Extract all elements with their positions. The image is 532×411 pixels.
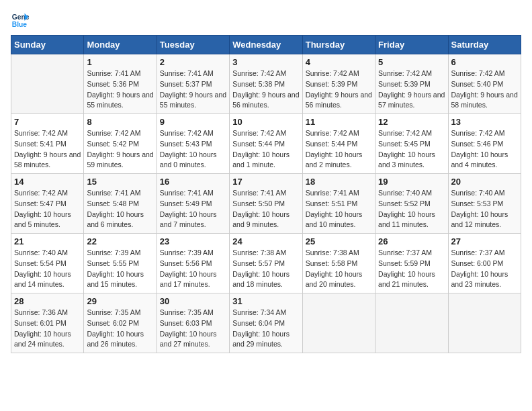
logo-icon: General Blue <box>11 11 30 30</box>
calendar-cell: 13Sunrise: 7:42 AMSunset: 5:46 PMDayligh… <box>448 114 521 174</box>
calendar-cell: 14Sunrise: 7:42 AMSunset: 5:47 PMDayligh… <box>11 174 84 234</box>
weekday-header-saturday: Saturday <box>448 36 521 54</box>
calendar-cell: 15Sunrise: 7:41 AMSunset: 5:48 PMDayligh… <box>84 174 157 234</box>
day-number: 14 <box>14 177 81 187</box>
day-number: 21 <box>14 236 81 246</box>
calendar-cell: 11Sunrise: 7:42 AMSunset: 5:44 PMDayligh… <box>302 114 375 174</box>
day-info: Sunrise: 7:42 AMSunset: 5:39 PMDaylight:… <box>306 68 372 111</box>
calendar-week-row: 14Sunrise: 7:42 AMSunset: 5:47 PMDayligh… <box>11 174 521 234</box>
calendar-week-row: 28Sunrise: 7:36 AMSunset: 6:01 PMDayligh… <box>11 293 521 353</box>
day-info: Sunrise: 7:39 AMSunset: 5:55 PMDaylight:… <box>87 248 153 290</box>
day-info: Sunrise: 7:42 AMSunset: 5:41 PMDaylight:… <box>14 128 81 171</box>
weekday-header-sunday: Sunday <box>11 36 84 54</box>
calendar-cell: 24Sunrise: 7:38 AMSunset: 5:57 PMDayligh… <box>230 234 302 293</box>
calendar-cell: 9Sunrise: 7:42 AMSunset: 5:43 PMDaylight… <box>157 114 229 174</box>
calendar-cell: 8Sunrise: 7:42 AMSunset: 5:42 PMDaylight… <box>84 114 157 174</box>
day-info: Sunrise: 7:42 AMSunset: 5:44 PMDaylight:… <box>232 128 299 171</box>
day-number: 18 <box>306 177 372 187</box>
calendar-cell: 2Sunrise: 7:41 AMSunset: 5:37 PMDaylight… <box>157 54 229 114</box>
day-number: 12 <box>378 117 445 127</box>
calendar-cell: 12Sunrise: 7:42 AMSunset: 5:45 PMDayligh… <box>375 114 448 174</box>
day-info: Sunrise: 7:39 AMSunset: 5:56 PMDaylight:… <box>160 248 226 290</box>
day-number: 28 <box>14 296 81 306</box>
day-info: Sunrise: 7:41 AMSunset: 5:49 PMDaylight:… <box>160 188 226 230</box>
calendar-cell: 27Sunrise: 7:37 AMSunset: 6:00 PMDayligh… <box>448 234 521 293</box>
page-header: General Blue <box>11 11 521 30</box>
day-number: 11 <box>306 117 372 127</box>
day-number: 20 <box>451 177 518 187</box>
day-info: Sunrise: 7:36 AMSunset: 6:01 PMDaylight:… <box>14 308 81 350</box>
day-number: 19 <box>378 177 445 187</box>
day-info: Sunrise: 7:42 AMSunset: 5:46 PMDaylight:… <box>451 128 518 171</box>
calendar-cell: 20Sunrise: 7:40 AMSunset: 5:53 PMDayligh… <box>448 174 521 234</box>
day-info: Sunrise: 7:42 AMSunset: 5:47 PMDaylight:… <box>14 188 81 230</box>
calendar-week-row: 1Sunrise: 7:41 AMSunset: 5:36 PMDaylight… <box>11 54 521 114</box>
day-number: 26 <box>378 236 445 246</box>
day-info: Sunrise: 7:37 AMSunset: 5:59 PMDaylight:… <box>378 248 445 290</box>
weekday-header-friday: Friday <box>375 36 448 54</box>
day-info: Sunrise: 7:41 AMSunset: 5:36 PMDaylight:… <box>87 68 153 111</box>
day-info: Sunrise: 7:35 AMSunset: 6:02 PMDaylight:… <box>87 308 153 350</box>
logo: General Blue <box>11 11 30 30</box>
calendar-cell: 7Sunrise: 7:42 AMSunset: 5:41 PMDaylight… <box>11 114 84 174</box>
calendar-cell: 21Sunrise: 7:40 AMSunset: 5:54 PMDayligh… <box>11 234 84 293</box>
weekday-header-monday: Monday <box>84 36 157 54</box>
calendar-cell: 3Sunrise: 7:42 AMSunset: 5:38 PMDaylight… <box>230 54 302 114</box>
day-info: Sunrise: 7:38 AMSunset: 5:57 PMDaylight:… <box>232 248 299 290</box>
day-number: 30 <box>160 296 226 306</box>
weekday-header-wednesday: Wednesday <box>230 36 302 54</box>
calendar-table: SundayMondayTuesdayWednesdayThursdayFrid… <box>11 35 521 353</box>
day-info: Sunrise: 7:37 AMSunset: 6:00 PMDaylight:… <box>451 248 518 290</box>
day-info: Sunrise: 7:42 AMSunset: 5:42 PMDaylight:… <box>87 128 153 171</box>
day-info: Sunrise: 7:42 AMSunset: 5:38 PMDaylight:… <box>232 68 299 111</box>
day-number: 22 <box>87 236 153 246</box>
day-number: 24 <box>232 236 299 246</box>
calendar-cell: 25Sunrise: 7:38 AMSunset: 5:58 PMDayligh… <box>302 234 375 293</box>
day-number: 7 <box>14 117 81 127</box>
calendar-cell: 23Sunrise: 7:39 AMSunset: 5:56 PMDayligh… <box>157 234 229 293</box>
day-number: 3 <box>232 57 299 67</box>
calendar-cell: 1Sunrise: 7:41 AMSunset: 5:36 PMDaylight… <box>84 54 157 114</box>
day-number: 6 <box>451 57 518 67</box>
calendar-cell: 29Sunrise: 7:35 AMSunset: 6:02 PMDayligh… <box>84 293 157 353</box>
day-number: 1 <box>87 57 153 67</box>
calendar-cell: 26Sunrise: 7:37 AMSunset: 5:59 PMDayligh… <box>375 234 448 293</box>
day-number: 15 <box>87 177 153 187</box>
day-number: 25 <box>306 236 372 246</box>
day-number: 27 <box>451 236 518 246</box>
day-number: 16 <box>160 177 226 187</box>
day-info: Sunrise: 7:41 AMSunset: 5:51 PMDaylight:… <box>306 188 372 230</box>
day-number: 2 <box>160 57 226 67</box>
day-number: 13 <box>451 117 518 127</box>
day-number: 31 <box>232 296 299 306</box>
calendar-cell <box>11 54 84 114</box>
calendar-cell: 31Sunrise: 7:34 AMSunset: 6:04 PMDayligh… <box>230 293 302 353</box>
calendar-cell: 4Sunrise: 7:42 AMSunset: 5:39 PMDaylight… <box>302 54 375 114</box>
calendar-week-row: 21Sunrise: 7:40 AMSunset: 5:54 PMDayligh… <box>11 234 521 293</box>
day-info: Sunrise: 7:42 AMSunset: 5:39 PMDaylight:… <box>378 68 445 111</box>
day-info: Sunrise: 7:42 AMSunset: 5:40 PMDaylight:… <box>451 68 518 111</box>
day-number: 17 <box>232 177 299 187</box>
day-info: Sunrise: 7:34 AMSunset: 6:04 PMDaylight:… <box>232 308 299 350</box>
calendar-cell: 5Sunrise: 7:42 AMSunset: 5:39 PMDaylight… <box>375 54 448 114</box>
calendar-cell: 16Sunrise: 7:41 AMSunset: 5:49 PMDayligh… <box>157 174 229 234</box>
day-number: 9 <box>160 117 226 127</box>
calendar-cell: 18Sunrise: 7:41 AMSunset: 5:51 PMDayligh… <box>302 174 375 234</box>
day-info: Sunrise: 7:41 AMSunset: 5:50 PMDaylight:… <box>232 188 299 230</box>
svg-text:Blue: Blue <box>12 21 28 28</box>
day-number: 29 <box>87 296 153 306</box>
weekday-header-tuesday: Tuesday <box>157 36 229 54</box>
day-info: Sunrise: 7:42 AMSunset: 5:45 PMDaylight:… <box>378 128 445 171</box>
calendar-week-row: 7Sunrise: 7:42 AMSunset: 5:41 PMDaylight… <box>11 114 521 174</box>
day-info: Sunrise: 7:41 AMSunset: 5:48 PMDaylight:… <box>87 188 153 230</box>
day-number: 5 <box>378 57 445 67</box>
calendar-cell: 22Sunrise: 7:39 AMSunset: 5:55 PMDayligh… <box>84 234 157 293</box>
day-info: Sunrise: 7:35 AMSunset: 6:03 PMDaylight:… <box>160 308 226 350</box>
calendar-cell: 17Sunrise: 7:41 AMSunset: 5:50 PMDayligh… <box>230 174 302 234</box>
day-info: Sunrise: 7:40 AMSunset: 5:53 PMDaylight:… <box>451 188 518 230</box>
calendar-cell: 30Sunrise: 7:35 AMSunset: 6:03 PMDayligh… <box>157 293 229 353</box>
calendar-cell: 28Sunrise: 7:36 AMSunset: 6:01 PMDayligh… <box>11 293 84 353</box>
day-number: 10 <box>232 117 299 127</box>
day-info: Sunrise: 7:42 AMSunset: 5:44 PMDaylight:… <box>306 128 372 171</box>
day-number: 8 <box>87 117 153 127</box>
